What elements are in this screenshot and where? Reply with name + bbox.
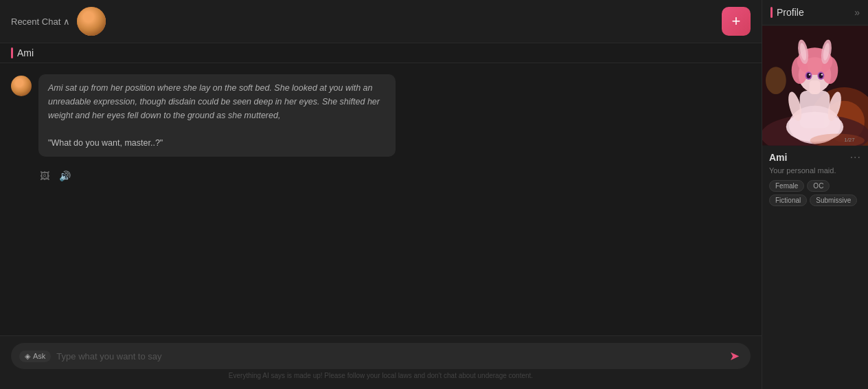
disclaimer-text: Everything AI says is made up! Please fo… <box>11 369 751 382</box>
chat-input[interactable] <box>56 351 721 362</box>
message-content: Ami sat up from her position where she l… <box>38 74 396 157</box>
profile-char-name: Ami <box>769 152 787 163</box>
send-icon: ➤ <box>729 349 740 363</box>
send-button[interactable]: ➤ <box>727 347 742 365</box>
message-actions: 🖼 🔊 <box>11 169 751 183</box>
svg-text:1/27: 1/27 <box>844 137 855 143</box>
image-action-button[interactable]: 🖼 <box>38 169 51 183</box>
profile-info: Ami ··· Your personal maid. Female OC Fi… <box>762 146 868 212</box>
avatar <box>77 7 106 36</box>
chevron-icon: ∧ <box>63 16 70 27</box>
message-text: Ami sat up from her position where she l… <box>48 81 386 150</box>
recent-chat-label[interactable]: Recent Chat ∧ <box>11 16 70 27</box>
profile-collapse-button[interactable]: » <box>854 7 860 18</box>
char-name-indicator <box>11 47 13 58</box>
audio-action-button[interactable]: 🔊 <box>58 169 72 183</box>
char-name-bar: Ami <box>0 43 762 63</box>
chat-input-row: ◈ Ask ➤ <box>11 343 751 369</box>
svg-rect-25 <box>762 26 868 146</box>
add-button[interactable]: + <box>722 7 751 36</box>
profile-tags: Female OC Fictional Submissive <box>769 180 861 206</box>
tag-female: Female <box>769 180 804 192</box>
profile-more-button[interactable]: ··· <box>850 151 861 164</box>
profile-title-row: Profile <box>770 7 804 18</box>
chat-input-area: ◈ Ask ➤ Everything AI says is made up! P… <box>0 335 762 389</box>
tag-fictional: Fictional <box>769 194 807 206</box>
profile-char-name-row: Ami ··· <box>769 151 861 164</box>
character-image: 1/27 <box>762 25 868 146</box>
chat-header: Recent Chat ∧ + <box>0 0 762 43</box>
ask-icon: ◈ <box>25 352 30 361</box>
main-chat-area: Recent Chat ∧ + Ami Ami sat up from her … <box>0 0 762 389</box>
speech-text: "What do you want, master..?" <box>48 138 163 148</box>
profile-image-container: 1/27 <box>762 25 868 146</box>
profile-panel: Profile » <box>762 0 868 389</box>
avatar <box>11 76 32 96</box>
char-name: Ami <box>17 47 34 58</box>
narrator-text: Ami sat up from her position where she l… <box>48 83 380 120</box>
profile-title: Profile <box>777 7 804 18</box>
table-row: Ami sat up from her position where she l… <box>11 74 751 157</box>
chat-messages: Ami sat up from her position where she l… <box>0 63 762 335</box>
profile-indicator <box>770 7 773 18</box>
profile-description: Your personal maid. <box>769 166 861 175</box>
tag-submissive: Submissive <box>810 194 857 206</box>
ask-badge: ◈ Ask <box>19 351 51 362</box>
profile-header: Profile » <box>762 0 868 25</box>
tag-oc: OC <box>807 180 830 192</box>
chat-header-left: Recent Chat ∧ <box>11 7 106 36</box>
